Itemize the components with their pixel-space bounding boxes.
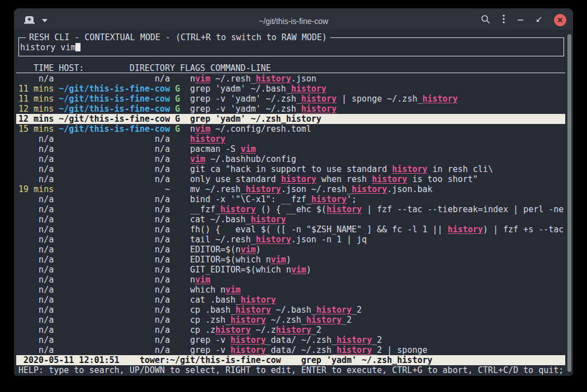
- search-icon[interactable]: [481, 15, 490, 26]
- history-row[interactable]: 11 mins ~/git/this-is-fine-cow G grep 'y…: [16, 84, 565, 94]
- history-row[interactable]: n/a n/a fh() { eval $( ([ -n "$ZSH_NAME"…: [16, 224, 565, 235]
- history-row[interactable]: 11 mins ~/git/this-is-fine-cow G grep -v…: [16, 94, 565, 104]
- history-row[interactable]: 12 mins ~/git/this-is-fine-cow G grep -v…: [16, 104, 565, 114]
- history-row[interactable]: n/a n/a history: [16, 134, 565, 144]
- help-line: HELP: type to search, UP/DOWN to select,…: [18, 365, 565, 375]
- table-header: TIME HOST: DIRECTORY FLAGS COMMAND-LINE: [16, 63, 565, 73]
- terminal-window: ~/git/this-is-fine-cow: [14, 8, 573, 376]
- history-row[interactable]: n/a n/a vim ~/.bashhub/config: [16, 154, 565, 164]
- history-row[interactable]: n/a n/a only use standard history when r…: [16, 174, 565, 184]
- history-row[interactable]: n/a n/a EDITOR=$(nvim): [16, 245, 565, 255]
- search-input[interactable]: history vim: [20, 42, 81, 52]
- restore-icon[interactable]: [536, 15, 542, 25]
- history-row[interactable]: n/a n/a nvim: [16, 275, 565, 285]
- history-row[interactable]: n/a n/a bind -x '"\C-x1": __fzf_history'…: [16, 194, 565, 204]
- minimize-icon[interactable]: [517, 15, 524, 25]
- menu-icon[interactable]: [502, 14, 505, 26]
- history-row[interactable]: n/a n/a cp .zsh_history ~/.zsh_history_2: [16, 315, 565, 325]
- history-row[interactable]: n/a n/a cat .bash_history: [16, 295, 565, 305]
- history-row[interactable]: n/a n/a cat ~/.bash_history: [16, 214, 565, 224]
- history-row[interactable]: n/a n/a pacman -S vim: [16, 144, 565, 154]
- history-row[interactable]: n/a n/a tail ~/.resh_history.json -n 1 |…: [16, 235, 565, 245]
- close-icon[interactable]: [554, 14, 566, 26]
- history-row[interactable]: n/a n/a GIT_EDITOR=$(which nvim): [16, 265, 565, 275]
- history-list: n/a n/a nvim ~/.resh_history.json11 mins…: [16, 74, 565, 355]
- history-row[interactable]: n/a n/a grep -v history_data/ ~/.zsh_his…: [16, 335, 565, 345]
- history-row[interactable]: 19 mins ~ mv ~/.resh_history.json ~/.res…: [16, 184, 565, 194]
- history-row[interactable]: n/a n/a nvim ~/.resh_history.json: [16, 74, 565, 84]
- history-row[interactable]: n/a n/a cp .bash_history ~/.bash_history…: [16, 305, 565, 315]
- history-row[interactable]: 12 mins ~/git/this-is-fine-cow G grep 'y…: [16, 114, 565, 124]
- history-row[interactable]: n/a n/a grep -v history_data/ ~/.zsh_his…: [16, 345, 565, 355]
- history-row[interactable]: n/a n/a cp .zhistory ~/.zhistory_2: [16, 325, 565, 335]
- scrollbar[interactable]: [567, 34, 571, 372]
- history-row[interactable]: 15 mins ~/git/this-is-fine-cow G nvim ~/…: [16, 124, 565, 134]
- text-cursor: [75, 43, 81, 51]
- search-box: RESH CLI - CONTEXTUAL MODE - (CTRL+R to …: [18, 37, 564, 56]
- search-box-title: RESH CLI - CONTEXTUAL MODE - (CTRL+R to …: [26, 32, 330, 42]
- terminal-content: RESH CLI - CONTEXTUAL MODE - (CTRL+R to …: [14, 30, 573, 376]
- history-row[interactable]: n/a n/a __fzf_history () { __ehc $(histo…: [16, 204, 565, 214]
- history-row[interactable]: n/a n/a git ca "hack in support to use s…: [16, 164, 565, 174]
- history-row[interactable]: n/a n/a which nvim: [16, 285, 565, 295]
- status-bar: 2020-05-11 12:01:51 tower:~/git/this-is-…: [16, 355, 565, 365]
- titlebar: ~/git/this-is-fine-cow: [14, 8, 573, 30]
- history-row[interactable]: n/a n/a EDITOR=$(which nvim): [16, 255, 565, 265]
